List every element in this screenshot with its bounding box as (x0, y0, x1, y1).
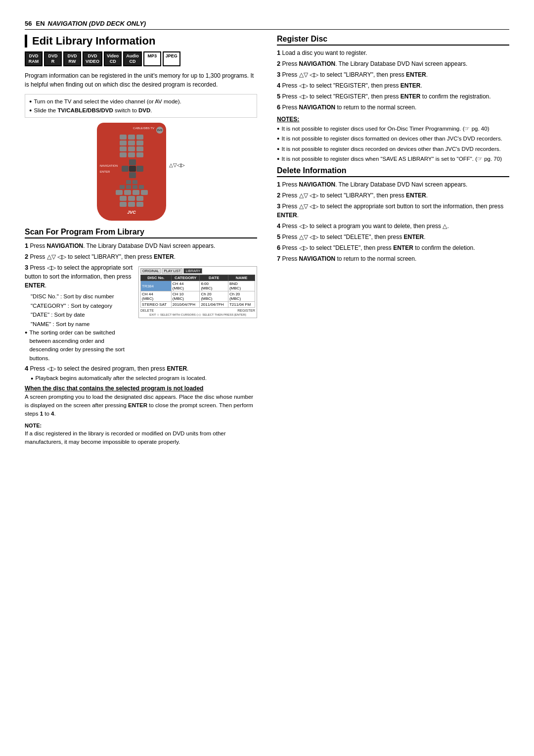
btn-6c (133, 185, 137, 189)
del-step-2: 2 Press △▽ ◁▷ to select "LIBRARY", then … (277, 191, 509, 200)
dpad-corner-br (136, 172, 143, 178)
col-cat: CATEGORY (171, 275, 200, 281)
dpad-corner-tr (136, 159, 143, 165)
dvd-knob: DVD (156, 127, 163, 134)
del-step-1: 1 Press NAVIGATION. The Library Database… (277, 180, 509, 189)
reg-step-text-5: Press ◁▷ to select "REGISTER", then pres… (282, 93, 491, 100)
btn-1b (128, 135, 135, 140)
btn-6a (120, 185, 125, 189)
bullet-text-2: Slide the TV/CABLE/DBS/DVD switch to DVD… (34, 106, 152, 115)
screenshot-area: ORIGINAL PLAY LIST LIBRARY DISC No. CATE… (138, 266, 257, 318)
cell-3-4: T211/04 FM (228, 302, 255, 308)
step-num-3: 3 (25, 264, 28, 271)
sort-cat: "CATEGORY" : Sort by category (31, 301, 134, 310)
del-step-num-4: 4 (277, 222, 280, 230)
title-bar (25, 35, 27, 47)
btn-7c (133, 190, 139, 195)
intro-text: Program information can be registered in… (25, 71, 257, 89)
btn-4b (128, 152, 135, 157)
del-step-text-4: Press ◁▷ to select a program you want to… (282, 223, 449, 230)
cell-2-4: Ch 20(MBC) (228, 291, 255, 302)
del-step-text-1: Press NAVIGATION. The Library Database D… (282, 181, 468, 188)
btn-1c (136, 135, 143, 140)
reg-step-text-6: Press NAVIGATION to return to the normal… (282, 104, 417, 111)
scan-note-title: NOTE: (25, 422, 257, 430)
screenshot-table: DISC No. CATEGORY DATE NAME TR384 CH 44(… (140, 275, 255, 308)
table-row-1: TR384 CH 44(MBC) 6:00(MBC) BND(MBC) (141, 281, 255, 291)
reg-step-text-1: Load a disc you want to register. (282, 49, 367, 56)
btn-4c (136, 152, 143, 157)
reg-note-1: It is not possible to register discs use… (277, 125, 509, 133)
reg-step-num-3: 3 (277, 71, 280, 78)
del-step-text-2: Press △▽ ◁▷ to select "LIBRARY", then pr… (282, 192, 428, 199)
dpad-right[interactable] (136, 166, 143, 172)
del-step-5: 5 Press △▽ ◁▷ to select "DELETE", then p… (277, 233, 509, 241)
reg-step-5: 5 Press ◁▷ to select "REGISTER", then pr… (277, 92, 509, 101)
btn-4a (120, 152, 127, 157)
col-disc: DISC No. (141, 275, 172, 281)
btn-row-5 (100, 180, 163, 184)
step3-area: 3 Press ◁▷ to select the appropriate sor… (25, 263, 257, 364)
remote-diagram-area: CABLE/DBS TV DVD (25, 123, 257, 221)
badge-dvd-rw: DVD RW (63, 51, 81, 66)
footer-nav-hint: EXIT ☆ SELECT WITH CURSORS ◇◇ SELECT THE… (140, 313, 255, 316)
btn-row-3 (100, 146, 163, 151)
bullet-item-2: Slide the TV/CABLE/DBS/DVD switch to DVD… (29, 106, 253, 115)
main-title-text: Edit Library Information (32, 35, 155, 47)
step-num-4: 4 (25, 365, 28, 372)
table-row-2: CH 44(MBC) CH 10(MBC) Ch 20(MBC) Ch 20(M… (141, 291, 255, 302)
dpad-up[interactable] (129, 159, 136, 165)
del-step-num-5: 5 (277, 233, 280, 240)
btn-9a (120, 202, 127, 207)
register-section-title: Register Disc (277, 35, 509, 46)
cable-dbs-label: CABLE/DBS TV (133, 127, 154, 134)
cell-1-4: BND(MBC) (228, 281, 255, 291)
tab-library: LIBRARY (183, 268, 202, 274)
reg-step-num-5: 5 (277, 93, 280, 100)
reg-step-num-4: 4 (277, 82, 280, 89)
reg-step-text-4: Press ◁▷ to select "REGISTER", then pres… (282, 82, 422, 89)
table-row-3: STEREO SAT 2010/04/7FH 2011/04/7FH T211/… (141, 302, 255, 308)
del-step-3: 3 Press △▽ ◁▷ to select the appropriate … (277, 202, 509, 220)
footer-delete: DELETE (140, 309, 154, 312)
btn-5b (133, 180, 137, 184)
dpad-down[interactable] (129, 172, 136, 178)
cell-2-2: CH 10(MBC) (171, 291, 200, 302)
del-step-text-5: Press △▽ ◁▷ to select "DELETE", then pre… (282, 234, 426, 240)
del-step-num-6: 6 (277, 244, 280, 251)
sort-bullet: The sorting order can be switched betwee… (25, 329, 134, 363)
btn-9b (128, 202, 135, 207)
delete-section-title: Delete Information (277, 166, 509, 177)
del-step-num-7: 7 (277, 255, 280, 262)
scan-section-title: Scan For Program From Library (25, 228, 257, 238)
footer-register: REGISTER (237, 309, 255, 312)
col-date: DATE (200, 275, 228, 281)
remote-control: CABLE/DBS TV DVD (97, 123, 166, 221)
del-step-6: 6 Press ◁▷ to select "DELETE", then pres… (277, 243, 509, 252)
cell-2-3: Ch 20(MBC) (200, 291, 228, 302)
cell-1-1: TR384 (141, 281, 172, 291)
dpad-center[interactable] (129, 166, 136, 172)
step-text-1: Press NAVIGATION. The Library Database D… (30, 242, 216, 249)
btn-7b (124, 190, 131, 195)
cell-1-2: CH 44(MBC) (171, 281, 200, 291)
scan-step-1: 1 Press NAVIGATION. The Library Database… (25, 241, 257, 250)
when-disc-title: When the disc that contains the selected… (25, 385, 257, 392)
reg-step-text-2: Press NAVIGATION. The Library Database D… (282, 60, 468, 67)
reg-note-4: It is not possible to register discs whe… (277, 155, 509, 163)
btn-row-1 (100, 135, 163, 140)
cell-3-3: 2011/04/7FH (200, 302, 228, 308)
scan-step-4: 4 Press ◁▷ to select the desired program… (25, 364, 257, 373)
del-step-text-7: Press NAVIGATION to return to the normal… (282, 255, 417, 262)
btn-8c (136, 196, 143, 201)
btn-7d (141, 190, 148, 195)
badge-dvd-r: DVD R (44, 51, 62, 66)
reg-step-num-2: 2 (277, 60, 280, 67)
btn-6d (139, 185, 144, 189)
reg-step-2: 2 Press NAVIGATION. The Library Database… (277, 59, 509, 68)
cell-1-3: 6:00(MBC) (200, 281, 228, 291)
dpad-left[interactable] (122, 166, 129, 172)
badge-dvd-ram: DVD RAM (25, 51, 43, 66)
dpad-corner-bl (122, 172, 129, 178)
step-num-2: 2 (25, 253, 28, 260)
